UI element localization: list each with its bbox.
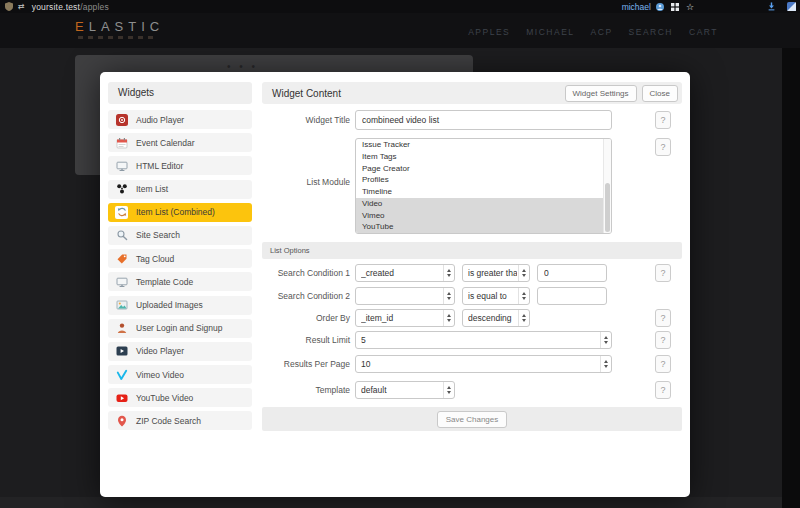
profile-avatar-icon[interactable] — [656, 3, 664, 11]
list-module-option[interactable]: Item Tags — [356, 151, 611, 163]
nav-item-search[interactable]: SEARCH — [629, 27, 673, 37]
uploaded-images-icon — [115, 299, 128, 312]
select-stepper-icon — [518, 288, 529, 304]
profile-name[interactable]: michael — [622, 2, 651, 12]
sidebar-item-html-editor[interactable]: HTML Editor — [108, 156, 252, 175]
sidebar-item-tag-cloud[interactable]: Tag Cloud — [108, 249, 252, 268]
zip-code-search-icon — [115, 414, 128, 427]
search-condition-2-operator-select[interactable]: is equal to — [462, 287, 530, 305]
sidebar-item-uploaded-images[interactable]: Uploaded Images — [108, 296, 252, 315]
widget-editor-modal: Widgets Audio Player Event Calendar HTML… — [100, 72, 690, 497]
nav-item-cart[interactable]: CART — [689, 27, 718, 37]
select-stepper-icon — [443, 265, 454, 281]
site-logo[interactable]: ELASTIC — [75, 19, 164, 39]
order-by-label: Order By — [250, 309, 350, 327]
sidebar-item-event-calendar[interactable]: Event Calendar — [108, 133, 252, 152]
order-by-help-button[interactable]: ? — [655, 309, 671, 327]
widget-title-label: Widget Title — [250, 110, 350, 130]
sidebar-item-video-player[interactable]: Video Player — [108, 342, 252, 361]
close-button[interactable]: Close — [642, 85, 678, 102]
search-condition-2-label: Search Condition 2 — [250, 287, 350, 305]
order-by-field-select[interactable]: _item_id — [355, 309, 455, 327]
sidebar-item-item-list-combined[interactable]: Item List (Combined) — [108, 203, 252, 222]
nav-item-michael[interactable]: MICHAEL — [526, 27, 574, 37]
select-stepper-icon — [443, 382, 454, 398]
sidebar-item-zip-code-search[interactable]: ZIP Code Search — [108, 411, 252, 430]
list-module-label: List Module — [250, 176, 350, 188]
sidebar-item-label: Audio Player — [136, 115, 184, 125]
event-calendar-icon — [115, 136, 128, 149]
widget-title-input[interactable] — [355, 110, 612, 130]
order-by-direction-select[interactable]: descending — [462, 309, 530, 327]
sidebar-item-label: HTML Editor — [136, 161, 183, 171]
page-background: • • • Widgets Audio Player Event Calenda… — [0, 48, 800, 508]
search-condition-help-button[interactable]: ? — [655, 264, 671, 282]
save-changes-button[interactable]: Save Changes — [437, 411, 507, 428]
sidebar-item-label: Event Calendar — [136, 138, 195, 148]
html-editor-icon — [115, 159, 128, 172]
sidebar-item-label: Item List (Combined) — [136, 207, 215, 217]
template-label: Template — [250, 381, 350, 399]
sidebar-item-site-search[interactable]: Site Search — [108, 226, 252, 245]
extensions-grid-icon[interactable] — [671, 3, 679, 11]
list-module-option[interactable]: Profiles — [356, 174, 611, 186]
widget-title-help-button[interactable]: ? — [655, 111, 671, 129]
list-module-option-selected[interactable]: YouTube — [356, 221, 611, 233]
sidebar-item-label: Template Code — [136, 277, 193, 287]
item-list-icon — [115, 183, 128, 196]
search-condition-1-label: Search Condition 1 — [250, 264, 350, 282]
list-module-help-button[interactable]: ? — [655, 138, 671, 156]
address-bar[interactable]: yoursite.test/apples — [32, 2, 109, 12]
background-bottom-strip — [0, 497, 782, 508]
listbox-scrollbar-thumb[interactable] — [605, 183, 610, 232]
sidebar-item-label: Uploaded Images — [136, 300, 203, 310]
list-module-option-selected[interactable]: Video — [356, 198, 611, 210]
sidebar-item-audio-player[interactable]: Audio Player — [108, 110, 252, 129]
select-stepper-icon — [518, 310, 529, 326]
listbox-scrollbar[interactable] — [603, 139, 611, 233]
sidebar-item-label: User Login and Signup — [136, 323, 222, 333]
video-player-icon — [115, 345, 128, 358]
sidebar-item-youtube-video[interactable]: YouTube Video — [108, 388, 252, 407]
search-condition-2-value-input[interactable] — [537, 287, 607, 305]
main-navigation: APPLES MICHAEL ACP SEARCH CART — [468, 27, 718, 37]
search-condition-1-operator-select[interactable]: is greater than — [462, 264, 530, 282]
list-module-option[interactable]: Page Creator — [356, 163, 611, 175]
nav-item-apples[interactable]: APPLES — [468, 27, 510, 37]
sidebar-title: Widgets — [108, 82, 252, 104]
sidebar-item-item-list[interactable]: Item List — [108, 180, 252, 199]
item-list-combined-icon — [115, 206, 128, 219]
result-limit-label: Result Limit — [250, 331, 350, 349]
bookmark-star-icon[interactable]: ☆ — [686, 2, 694, 12]
account-shield-icon[interactable] — [787, 2, 796, 11]
template-select[interactable]: default — [355, 381, 455, 399]
select-stepper-icon — [443, 310, 454, 326]
content-title: Widget Content — [272, 88, 560, 99]
list-module-option[interactable]: Timeline — [356, 186, 611, 198]
sidebar-item-user-login[interactable]: User Login and Signup — [108, 319, 252, 338]
list-module-option[interactable]: Issue Tracker — [356, 139, 611, 151]
nav-item-acp[interactable]: ACP — [591, 27, 613, 37]
sidebar-item-template-code[interactable]: Template Code — [108, 272, 252, 291]
reader-toggle-icon[interactable]: ⇄ — [18, 2, 25, 11]
sidebar-item-label: YouTube Video — [136, 393, 193, 403]
search-condition-1-value-input[interactable] — [537, 264, 607, 282]
search-condition-1-field-select[interactable]: _created — [355, 264, 455, 282]
results-per-page-select[interactable]: 10 — [355, 355, 612, 373]
download-icon[interactable] — [767, 2, 776, 11]
sidebar-item-vimeo-video[interactable]: Vimeo Video — [108, 365, 252, 384]
list-module-select[interactable]: Issue Tracker Item Tags Page Creator Pro… — [355, 138, 612, 234]
list-module-option-selected[interactable]: Vimeo — [356, 210, 611, 222]
site-identity-icon[interactable] — [5, 2, 13, 11]
sidebar-item-label: Vimeo Video — [136, 370, 184, 380]
template-help-button[interactable]: ? — [655, 381, 671, 399]
search-condition-2-field-select[interactable] — [355, 287, 455, 305]
result-limit-help-button[interactable]: ? — [655, 331, 671, 349]
results-per-page-help-button[interactable]: ? — [655, 355, 671, 373]
form-footer: Save Changes — [262, 407, 682, 431]
widget-settings-button[interactable]: Widget Settings — [565, 85, 637, 102]
content-header: Widget Content Widget Settings Close — [262, 82, 682, 104]
result-limit-select[interactable]: 5 — [355, 331, 612, 349]
sidebar-item-label: Site Search — [136, 230, 180, 240]
sidebar-item-label: Video Player — [136, 346, 184, 356]
